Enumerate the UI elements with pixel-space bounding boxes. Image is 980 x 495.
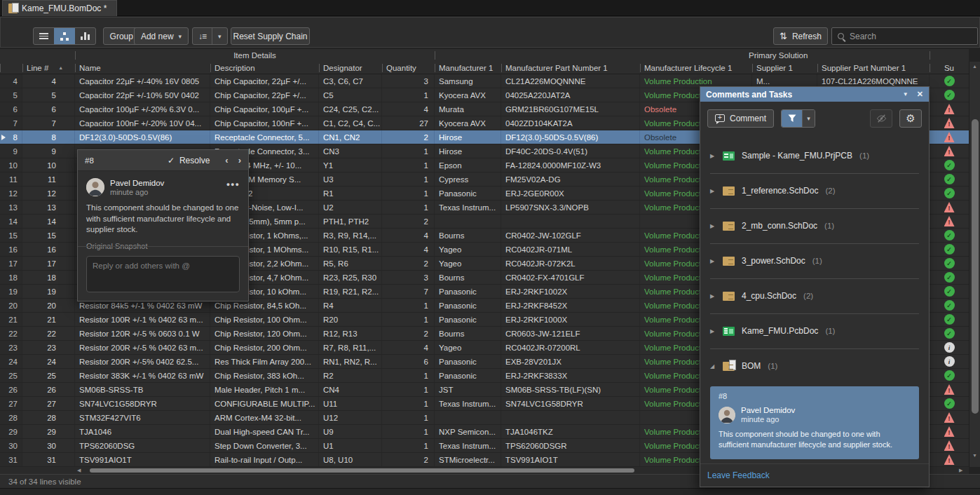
collapse-icon[interactable]: ◢ bbox=[710, 363, 716, 369]
cell-mfr: Yageo bbox=[435, 341, 501, 354]
comment-button-label: Comment bbox=[730, 114, 766, 123]
cell-line: 25 bbox=[22, 369, 75, 382]
filter-options-button[interactable]: ▾ bbox=[802, 110, 815, 127]
panel-settings-button[interactable]: ⚙ bbox=[899, 109, 922, 128]
prev-comment-button[interactable]: ‹ bbox=[225, 155, 228, 165]
close-icon[interactable]: ✕ bbox=[917, 90, 923, 99]
card-author: Pavel Demidov bbox=[741, 406, 795, 414]
cell-qty: 3 bbox=[382, 74, 435, 88]
flat-view-button[interactable] bbox=[34, 28, 54, 44]
comment-author: Pavel Demidov bbox=[110, 179, 164, 187]
scroll-down-icon[interactable]: ▼ bbox=[972, 453, 977, 458]
scroll-left-icon[interactable]: ◀ bbox=[77, 468, 81, 473]
cell-name: TPS62060DSG bbox=[75, 439, 210, 452]
column-header-spn[interactable]: Supplier Part Number 1 bbox=[817, 62, 930, 74]
cell-mfr: Hirose bbox=[435, 144, 501, 158]
cell-mfr: Murata bbox=[435, 102, 501, 116]
tree-item-2-mb-conn-schdoc[interactable]: ▶2_mb_conn.SchDoc(1) bbox=[700, 208, 929, 243]
reset-supply-chain-button[interactable]: Reset Supply Chain bbox=[231, 27, 310, 45]
row-gutter-number: 27 bbox=[0, 397, 22, 410]
status-check-icon: ✓ bbox=[944, 230, 955, 240]
cell-su: ✓ bbox=[930, 74, 969, 88]
column-header-mpn[interactable]: Manufacturer Part Number 1 bbox=[501, 62, 640, 74]
cell-desig: U3 bbox=[319, 172, 382, 186]
tree-item-kame-fmu-pcbdoc[interactable]: ▶Kame_FMU.PcbDoc(1) bbox=[700, 313, 929, 348]
expand-icon[interactable]: ▶ bbox=[710, 293, 716, 299]
cell-mfr: STMicroelectr... bbox=[435, 453, 501, 466]
cell-su: ! bbox=[930, 215, 969, 228]
refresh-button[interactable]: ⇅ Refresh bbox=[773, 27, 828, 45]
altium-bomdoc-window: Kame_FMU.BomDoc * Group by ▾ Add new ▾ ↓… bbox=[0, 0, 980, 495]
resolve-button[interactable]: ✓ Resolve bbox=[168, 156, 210, 165]
tab-bomdoc[interactable]: Kame_FMU.BomDoc * bbox=[2, 0, 117, 16]
tree-item-4-cpu-schdoc[interactable]: ▶4_cpu.SchDoc(2) bbox=[700, 278, 929, 313]
comment-plus-icon: + bbox=[715, 114, 725, 122]
expand-icon[interactable]: ▶ bbox=[710, 258, 716, 264]
column-header-qty[interactable]: Quantity bbox=[382, 62, 435, 74]
grouped-view-button[interactable] bbox=[54, 28, 74, 44]
leave-feedback-link[interactable]: Leave Feedback bbox=[707, 470, 770, 480]
column-header-su[interactable]: Su bbox=[930, 62, 969, 74]
cell-mpn: RC0402JR-07200RL bbox=[501, 341, 640, 354]
project-file-icon bbox=[723, 151, 735, 161]
panel-document-list: ▶Sample - Kame_FMU.PrjPCB(1)▶1_reference… bbox=[700, 135, 929, 464]
filter-button[interactable] bbox=[782, 110, 802, 127]
cell-desc: Chip Capacitor, 100µF +... bbox=[210, 102, 319, 116]
next-comment-button[interactable]: › bbox=[238, 155, 241, 165]
status-check-icon: ✓ bbox=[944, 328, 955, 339]
search-input[interactable] bbox=[850, 32, 972, 41]
vertical-scrollbar-thumb[interactable] bbox=[972, 119, 979, 414]
expand-icon[interactable]: ▶ bbox=[710, 223, 716, 229]
reply-input[interactable] bbox=[86, 256, 240, 292]
sort-button[interactable]: ↓≡ bbox=[193, 28, 212, 44]
cell-mfr bbox=[435, 411, 501, 424]
sort-ascending-icon: ▲ bbox=[58, 65, 63, 70]
column-header-life[interactable]: Manufacturer Lifecycle 1 bbox=[640, 62, 752, 74]
expand-icon[interactable]: ▶ bbox=[710, 328, 716, 334]
column-header-name[interactable]: Name bbox=[75, 62, 210, 74]
add-comment-button[interactable]: + Comment bbox=[707, 109, 774, 128]
cell-name: SN74LVC1G58DRYR bbox=[75, 397, 210, 410]
cell-line: 11 bbox=[22, 172, 75, 186]
tree-item-sample-kame-fmu-prjpcb[interactable]: ▶Sample - Kame_FMU.PrjPCB(1) bbox=[700, 138, 929, 173]
horizontal-scrollbar-thumb[interactable] bbox=[90, 468, 634, 473]
cell-line: 8 bbox=[22, 130, 75, 144]
expand-icon[interactable]: ▶ bbox=[710, 188, 716, 194]
row-gutter-number: 20 bbox=[0, 299, 22, 312]
scroll-right-icon[interactable]: ▶ bbox=[959, 468, 962, 473]
tree-item-3-power-schdoc[interactable]: ▶3_power.SchDoc(1) bbox=[700, 243, 929, 278]
expand-icon[interactable]: ▶ bbox=[710, 153, 716, 159]
panel-toolbar: + Comment ▾ ⚙ bbox=[700, 102, 929, 135]
column-header-desc[interactable]: Description bbox=[210, 62, 319, 74]
status-warn-icon: ! bbox=[944, 426, 955, 437]
hide-resolved-button[interactable] bbox=[870, 109, 892, 128]
vertical-scrollbar[interactable]: ▲ ▼ bbox=[969, 62, 980, 467]
cell-mfr: JST bbox=[435, 383, 501, 396]
cell-mpn: FA-12824.0000MF10Z-W3 bbox=[501, 158, 640, 172]
cell-mpn: TPS62060DSGR bbox=[501, 439, 640, 452]
column-header-mfr[interactable]: Manufacturer 1 bbox=[435, 62, 501, 74]
status-warn-icon: ! bbox=[944, 118, 955, 128]
column-header-line[interactable]: Line #▲ bbox=[22, 62, 75, 74]
column-header-desig[interactable]: Designator bbox=[319, 62, 382, 74]
cell-su: ! bbox=[930, 201, 969, 214]
row-gutter-number: 15 bbox=[0, 229, 22, 242]
tree-item-bom[interactable]: ◢BOM(1) bbox=[700, 348, 929, 384]
column-header-label: Manufacturer 1 bbox=[439, 64, 493, 72]
column-header-label: Manufacturer Lifecycle 1 bbox=[644, 64, 732, 72]
column-header-label: Quantity bbox=[386, 64, 416, 72]
panel-menu-icon[interactable]: ▼ bbox=[903, 91, 908, 97]
row-gutter-number: 10 bbox=[0, 158, 22, 172]
comment-card[interactable]: #8 Pavel Demidov minute ago This compone… bbox=[710, 386, 919, 459]
chart-view-button[interactable] bbox=[75, 28, 95, 44]
more-options-icon[interactable]: ●●● bbox=[226, 181, 240, 188]
scroll-up-icon[interactable]: ▲ bbox=[972, 64, 977, 69]
sort-options-button[interactable]: ▾ bbox=[212, 28, 227, 44]
cell-name: Capacitor 22µF +/-40% 16V 0805 bbox=[75, 74, 210, 88]
cell-line: 31 bbox=[22, 453, 75, 466]
tree-item-1-reference-schdoc[interactable]: ▶1_reference.SchDoc(2) bbox=[700, 173, 929, 208]
cell-su: ✓ bbox=[930, 313, 969, 326]
cell-desig: C5 bbox=[319, 88, 382, 102]
column-header-sup[interactable]: Supplier 1 bbox=[752, 62, 817, 74]
add-new-button[interactable]: Add new ▾ bbox=[134, 27, 189, 45]
